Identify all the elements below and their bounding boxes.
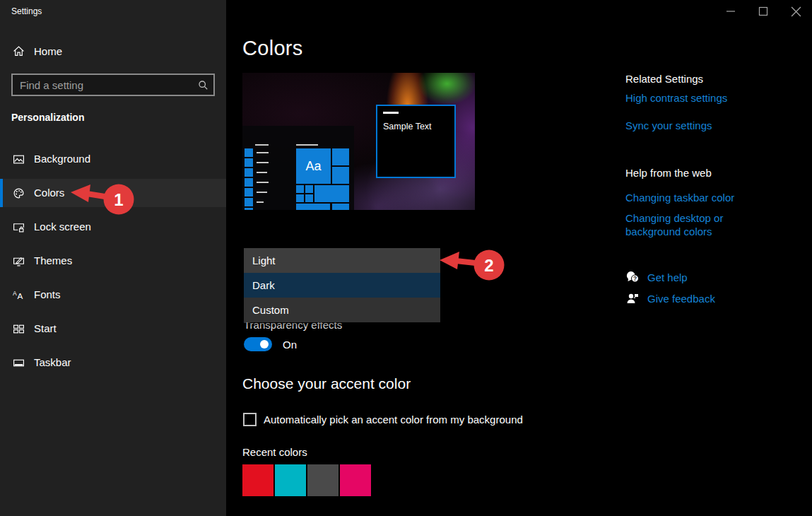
recent-color-swatch-pink[interactable] bbox=[340, 464, 371, 496]
maximize-icon bbox=[758, 6, 768, 16]
sidebar-item-start[interactable]: Start bbox=[0, 315, 226, 343]
fonts-icon: AA bbox=[13, 289, 25, 304]
tile-group-label bbox=[296, 144, 318, 146]
minimize-button[interactable] bbox=[714, 0, 747, 23]
recent-colors-swatches bbox=[242, 464, 371, 496]
start-icon bbox=[13, 323, 25, 338]
home-icon bbox=[13, 45, 25, 60]
get-help-icon: ? bbox=[625, 270, 640, 287]
aa-tile-text: Aa bbox=[305, 159, 321, 174]
toggle-state-label: On bbox=[283, 339, 297, 351]
sidebar-item-fonts[interactable]: AA Fonts bbox=[0, 281, 226, 309]
search-box bbox=[11, 74, 215, 96]
sidebar-item-themes[interactable]: Themes bbox=[0, 247, 226, 275]
link-give-feedback[interactable]: Give feedback bbox=[647, 293, 715, 305]
sidebar-item-label: Themes bbox=[34, 254, 72, 266]
svg-text:A: A bbox=[13, 290, 17, 297]
recent-colors-label: Recent colors bbox=[242, 446, 307, 458]
give-feedback-icon bbox=[625, 291, 640, 308]
help-from-web-heading: Help from the web bbox=[625, 167, 712, 179]
transparency-toggle[interactable] bbox=[244, 337, 272, 351]
sidebar-item-background[interactable]: Background bbox=[0, 145, 226, 173]
sidebar-section-heading: Personalization bbox=[11, 112, 84, 123]
sidebar-item-label: Colors bbox=[34, 187, 64, 199]
recent-color-swatch-red[interactable] bbox=[242, 464, 273, 496]
selected-accent-bar bbox=[0, 179, 3, 207]
svg-text:?: ? bbox=[633, 275, 637, 282]
lock-screen-icon bbox=[13, 221, 25, 236]
link-get-help[interactable]: Get help bbox=[647, 271, 688, 283]
colors-icon bbox=[13, 187, 25, 202]
sidebar: Settings Home Personalization Background bbox=[0, 0, 226, 516]
auto-accent-checkbox[interactable] bbox=[243, 413, 257, 426]
sidebar-item-label: Taskbar bbox=[34, 356, 71, 368]
close-icon bbox=[791, 6, 801, 17]
close-button[interactable] bbox=[779, 0, 812, 23]
related-settings-heading: Related Settings bbox=[625, 73, 703, 85]
link-high-contrast[interactable]: High contrast settings bbox=[625, 92, 727, 104]
svg-text:A: A bbox=[17, 291, 23, 300]
sidebar-item-label: Fonts bbox=[34, 288, 61, 300]
link-changing-taskbar-color[interactable]: Changing taskbar color bbox=[625, 192, 734, 204]
settings-window: Settings Home Personalization Background bbox=[0, 0, 812, 516]
start-menu-preview: Aa bbox=[242, 126, 354, 210]
themes-icon bbox=[13, 255, 25, 270]
dropdown-option-dark[interactable]: Dark bbox=[244, 273, 440, 298]
sidebar-item-label: Start bbox=[34, 322, 57, 334]
sidebar-item-home[interactable]: Home bbox=[0, 39, 226, 64]
app-title: Settings bbox=[11, 6, 42, 16]
color-mode-dropdown: Light Dark Custom bbox=[244, 248, 440, 322]
page-title: Colors bbox=[242, 37, 303, 60]
link-sync-settings[interactable]: Sync your settings bbox=[625, 119, 712, 131]
minimize-icon bbox=[726, 6, 736, 16]
link-changing-desktop-colors[interactable]: Changing desktop or background colors bbox=[625, 211, 777, 238]
search-input[interactable] bbox=[13, 79, 192, 91]
sidebar-item-label: Background bbox=[34, 153, 90, 165]
search-icon[interactable] bbox=[192, 80, 213, 90]
toggle-knob bbox=[260, 340, 269, 348]
sample-window-dash bbox=[383, 112, 399, 114]
theme-preview: Aa Sample Text bbox=[242, 73, 475, 210]
aa-tile: Aa bbox=[296, 148, 331, 184]
dropdown-option-light[interactable]: Light bbox=[244, 248, 440, 273]
maximize-button[interactable] bbox=[747, 0, 779, 23]
accent-color-heading: Choose your accent color bbox=[242, 375, 411, 392]
sample-text: Sample Text bbox=[383, 122, 432, 131]
sidebar-item-colors[interactable]: Colors bbox=[0, 179, 226, 207]
dropdown-option-custom[interactable]: Custom bbox=[244, 298, 440, 322]
recent-color-swatch-gray[interactable] bbox=[307, 464, 339, 496]
recent-color-swatch-teal[interactable] bbox=[275, 464, 306, 496]
taskbar-icon bbox=[13, 357, 25, 372]
annotation-number-2: 2 bbox=[484, 256, 493, 275]
annotation-arrow-2: 2 bbox=[433, 241, 507, 291]
sidebar-item-label: Home bbox=[34, 45, 62, 57]
sample-text-window: Sample Text bbox=[376, 105, 456, 178]
sidebar-item-lock-screen[interactable]: Lock screen bbox=[0, 213, 226, 241]
hamburger-line bbox=[255, 144, 269, 146]
background-icon bbox=[13, 153, 25, 168]
sidebar-item-taskbar[interactable]: Taskbar bbox=[0, 348, 226, 377]
auto-accent-label: Automatically pick an accent color from … bbox=[264, 414, 523, 426]
sidebar-item-label: Lock screen bbox=[34, 221, 91, 233]
